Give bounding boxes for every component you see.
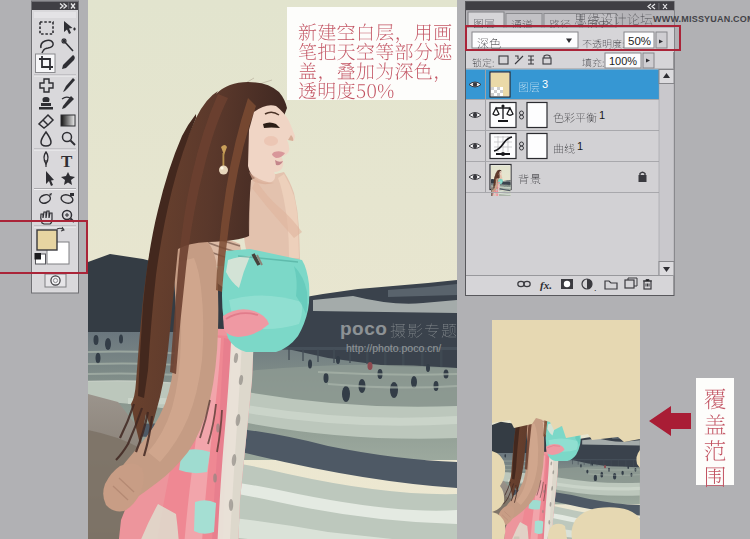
svg-text:3: 3 — [542, 78, 548, 90]
svg-text:http://photo.poco.cn/: http://photo.poco.cn/ — [346, 342, 441, 354]
svg-text:1: 1 — [577, 140, 583, 152]
svg-text:1: 1 — [599, 109, 605, 121]
svg-text:T: T — [61, 152, 73, 171]
svg-text:WWW.MISSYUAN.COM: WWW.MISSYUAN.COM — [653, 14, 750, 24]
svg-text:100%: 100% — [609, 55, 637, 67]
svg-text:poco: poco — [340, 318, 387, 339]
svg-text:fx.: fx. — [540, 279, 552, 291]
svg-text:.: . — [594, 283, 597, 293]
